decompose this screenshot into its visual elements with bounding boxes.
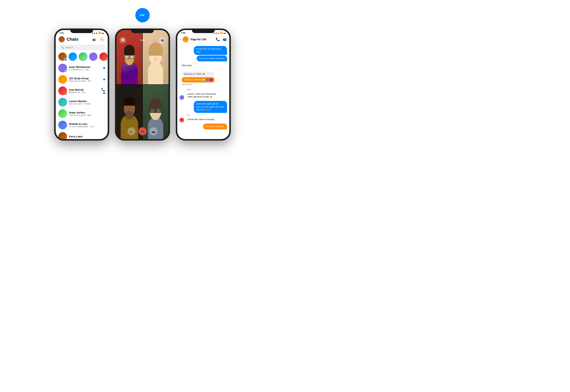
battery-icon: ▬	[102, 32, 104, 34]
msg-taylor-section: Taylor Lauren, I think your biasing the …	[180, 89, 227, 100]
story-2[interactable]	[79, 53, 87, 61]
chat-info-isaac: Isaac Weinhausen I'm definitely in! · no…	[69, 66, 101, 71]
chat-preview-lauren: See you soon! · 8:24am	[69, 103, 105, 105]
camera-button[interactable]: 📷	[91, 37, 97, 42]
poll-vote-avatars	[206, 78, 213, 81]
video-time: 9:41	[140, 39, 145, 41]
chat-name-lauren: Lauren Newton	[69, 100, 105, 103]
video-screen: 💬 9:41 📹	[116, 30, 168, 139]
video-end-button[interactable]: 📵	[139, 127, 146, 135]
time-left: 7:41	[59, 32, 64, 34]
phones-container: 7:41 ▲▲▲ 🛜 ▬ Chats 📷 ✏️	[48, 28, 236, 140]
chat-meta-study	[103, 79, 105, 80]
story-3[interactable]	[89, 53, 97, 61]
chat-preview-rodolfo: I'm in for milkshakes! · Tue	[69, 126, 105, 128]
video-mute-button[interactable]: 🎤	[127, 127, 136, 135]
phone-icon-amy: 📞	[101, 88, 105, 91]
unread-dot-isaac	[103, 67, 105, 69]
search-icon: 🔍	[61, 46, 64, 49]
messenger-logo	[135, 8, 150, 23]
stories-row: +	[56, 52, 108, 62]
poll-option-saturday[interactable]: Saturday at 7:30am 😄	[182, 72, 214, 76]
chat-name-study: 101 Study Group	[69, 77, 101, 80]
notch-right	[192, 28, 215, 33]
avatar-study	[58, 75, 67, 84]
video-camera-toggle[interactable]: 📷	[150, 127, 157, 135]
notch-left	[70, 28, 93, 33]
chat-preview-isaac: I'm definitely in! · now	[69, 69, 101, 71]
compose-button[interactable]: ✏️	[99, 37, 105, 42]
story-4[interactable]	[99, 53, 108, 61]
compose-icon: ✏️	[100, 38, 104, 41]
chat-info-rodolfo: Rodolfo & Leon I'm in for milkshakes! · …	[69, 123, 105, 128]
status-icons-right: ▲▲▲ 🛜 ▬	[213, 31, 225, 34]
msg-taylor: Lauren, I think your biasing the votes w…	[185, 91, 219, 100]
search-bar[interactable]: 🔍 Search	[58, 45, 105, 50]
chat-preview-surfers: Tomorrow is great · Mon	[69, 114, 105, 116]
msg-group-sent-1: Sounds like we need some yoga. Let's do …	[180, 46, 227, 61]
chat-item-surfers[interactable]: Super Surfers Tomorrow is great · Mon	[56, 108, 108, 119]
video-call-button[interactable]: 📹	[222, 37, 227, 42]
chat-item-lauren[interactable]: Lauren Newton See you soon! · 8:24am	[56, 97, 108, 108]
msg-amy-section: Amy It looks like 10am on Sunday.	[180, 114, 227, 122]
phone-right: 7:05 ▲▲▲ 🛜 ▬ ‹ 🧘 Yoga for Life 📞 📹	[176, 28, 231, 140]
wifi-icon: 🛜	[98, 31, 101, 34]
header-icons: 📷 ✏️	[91, 37, 105, 42]
video-back-button[interactable]: 💬	[120, 37, 126, 43]
unread-dot-amy	[103, 92, 105, 94]
chat-item-isaac[interactable]: Isaac Weinhausen I'm definitely in! · no…	[56, 62, 108, 74]
chat-meta-isaac	[103, 67, 105, 69]
call-button[interactable]: 📞	[216, 37, 220, 42]
online-dot-isaac	[65, 70, 67, 72]
avatar-amy-chat	[180, 118, 184, 122]
chat-item-amy[interactable]: Amy Worrall Missed Call · 37m 📞	[56, 85, 108, 97]
story-avatar-4	[99, 53, 108, 61]
chat-name-rodolfo: Rodolfo & Leon	[69, 123, 105, 126]
avatar-taylor	[180, 95, 184, 100]
story-1[interactable]	[69, 53, 77, 61]
msg-sent-orange: Let's do brunch after.	[203, 124, 227, 129]
chat-preview-study: Kelly sent a sticker · 9m	[69, 80, 101, 82]
missed-call-label: Missed Call	[69, 91, 80, 94]
camera-icon: 📷	[93, 38, 96, 41]
my-avatar[interactable]	[59, 36, 65, 42]
chat-info-kerry: Kerry Lakin	[69, 135, 105, 138]
story-add[interactable]: +	[58, 53, 67, 61]
chat-item-study[interactable]: 101 Study Group Kelly sent a sticker · 9…	[56, 74, 108, 85]
chat-info-amy: Amy Worrall Missed Call · 37m	[69, 88, 99, 94]
poll-vote-avatar-2	[209, 78, 213, 81]
msg-amy: It looks like 10am on Sunday.	[185, 116, 217, 122]
add-story-avatar: +	[58, 53, 67, 61]
msg-sent-1: Sounds like we need some yoga.	[194, 46, 227, 55]
chat-name-surfers: Super Surfers	[69, 111, 105, 114]
battery-icon-right: ▬	[223, 32, 225, 34]
chat-info-lauren: Lauren Newton See you soon! · 8:24am	[69, 100, 105, 105]
screen-left: 7:41 ▲▲▲ 🛜 ▬ Chats 📷 ✏️	[56, 30, 108, 139]
back-button[interactable]: ‹	[180, 37, 181, 42]
chat-preview-amy: Missed Call · 37m	[69, 91, 99, 94]
msg-sent-2: Let's do a session with Kira.	[197, 56, 227, 61]
poll-option-sunday[interactable]: Sunday at 10:00am 🌅	[182, 77, 214, 83]
chat-name-amy: Amy Worrall	[69, 88, 99, 91]
messenger-logo-section	[135, 0, 150, 23]
chat-list: Isaac Weinhausen I'm definitely in! · no…	[56, 62, 108, 139]
chat-item-rodolfo[interactable]: Rodolfo & Leon I'm in for milkshakes! · …	[56, 119, 108, 131]
unread-dot-study	[103, 79, 105, 80]
poll-vote-avatar-1	[206, 78, 209, 81]
msg-received-1: What day?	[180, 63, 194, 69]
chat-name-isaac: Isaac Weinhausen	[69, 66, 101, 69]
avatar-rodolfo	[58, 121, 67, 129]
chat-item-kerry[interactable]: Kerry Lakin	[56, 131, 108, 139]
wifi-icon-right: 🛜	[220, 31, 223, 34]
video-camera-button[interactable]: 📹	[159, 37, 166, 43]
poll-container: Saturday at 7:30am 😄 Sunday at 10:00am 🌅…	[180, 70, 217, 87]
chat-info-surfers: Super Surfers Tomorrow is great · Mon	[69, 111, 105, 116]
avatar-kerry	[58, 132, 67, 139]
add-badge: +	[64, 58, 67, 61]
messages-area: Sounds like we need some yoga. Let's do …	[177, 44, 229, 131]
phone-middle: 💬 9:41 📹	[115, 28, 170, 140]
video-top-bar: 💬 9:41 📹	[116, 30, 168, 45]
sender-label-taylor: Taylor	[186, 89, 227, 91]
search-placeholder: Search	[65, 46, 73, 49]
add-option-button[interactable]: Add Option	[182, 83, 214, 85]
